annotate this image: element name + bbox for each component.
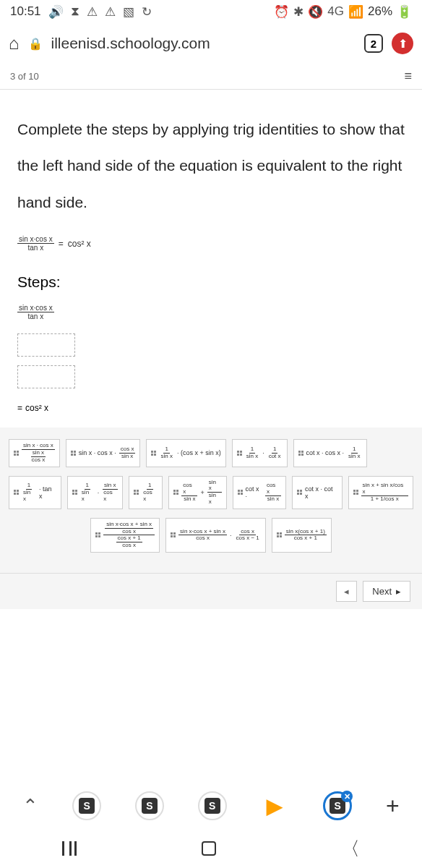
option-tile[interactable]: 1cos x [129, 476, 163, 509]
option-tile[interactable]: cot x · cos xsin x [233, 476, 287, 509]
drag-handle-icon [72, 490, 77, 495]
drag-handle-icon [297, 490, 302, 495]
tab-item[interactable]: S [72, 791, 101, 820]
battery-percent: 26% [368, 4, 392, 19]
tab-item-active[interactable]: S ✕ [323, 791, 352, 820]
question-prompt: Complete the steps by applying trig iden… [17, 111, 405, 221]
recent-apps-button[interactable] [62, 841, 77, 856]
caret-left-icon: ◂ [344, 586, 349, 597]
schoology-icon: S [204, 798, 220, 814]
option-tile[interactable]: sin x·cos x + sin xcos x · cos xcos x − … [165, 518, 266, 553]
drag-handle-icon [151, 451, 156, 456]
battery-icon: 🔋 [397, 4, 412, 20]
status-time: 10:51 [10, 4, 41, 19]
drag-handle-icon [353, 490, 358, 495]
given-equation: sin x·cos x tan x = cos² x [17, 235, 405, 252]
next-button[interactable]: Next ▸ [363, 581, 410, 602]
question-list-icon[interactable]: ≡ [404, 69, 412, 84]
home-button[interactable] [202, 841, 216, 856]
progress-text: 3 of 10 [10, 71, 39, 82]
drag-handle-icon [14, 490, 19, 495]
drop-target-2[interactable] [17, 365, 75, 388]
option-tile[interactable]: sin x + sin x/cos x1 + 1/cos x [348, 476, 413, 509]
close-icon[interactable]: ✕ [341, 791, 353, 802]
progress-row: 3 of 10 ≡ [0, 64, 422, 90]
volume-icon: 🔊 [48, 4, 64, 20]
back-button[interactable]: 〈 [341, 836, 360, 861]
schoology-icon: S [142, 798, 158, 814]
browser-bar: ⌂ 🔒 illeenisd.schoology.com 2 ⬆ [0, 23, 422, 64]
option-tile[interactable]: cot x · cot x [292, 476, 342, 509]
tab-item[interactable]: S [198, 791, 227, 820]
option-tile[interactable]: 1sin x · tan x [9, 476, 61, 509]
bluetooth-icon: ✱ [293, 4, 303, 20]
option-tile[interactable]: sin x · cos x sin xcos x [9, 439, 60, 467]
drop-target-1[interactable] [17, 333, 75, 357]
drag-handle-icon [95, 532, 100, 537]
chevron-up-icon[interactable]: ⌃ [22, 795, 38, 817]
download-icon: ⧗ [71, 4, 79, 19]
drag-handle-icon [14, 451, 19, 456]
browser-tab-strip: ⌃ S S S ▶ S ✕ + [0, 783, 422, 829]
drag-handle-icon [173, 490, 178, 495]
home-icon[interactable]: ⌂ [9, 33, 20, 54]
option-tile[interactable]: 1sin x · sin xcos x [67, 476, 123, 509]
content-area: Complete the steps by applying trig iden… [0, 90, 422, 616]
drag-handle-icon [171, 532, 176, 537]
system-nav-bar: 〈 [0, 829, 422, 868]
option-tile[interactable]: cot x · cos x · 1sin x [293, 439, 367, 467]
drag-handle-icon [237, 451, 242, 456]
drag-handle-icon [71, 451, 76, 456]
option-tile[interactable]: sin x · cos x · cos xsin x [66, 439, 141, 467]
upload-button[interactable]: ⬆ [392, 33, 413, 54]
option-tile[interactable]: sin x(cos x + 1)cos x + 1 [272, 518, 332, 553]
signal-icon: 📶 [348, 4, 363, 20]
schoology-icon: S [79, 798, 95, 814]
new-tab-button[interactable]: + [386, 793, 400, 820]
network-icon: 4G [327, 4, 344, 19]
caret-right-icon: ▸ [396, 586, 401, 597]
url-text[interactable]: illeenisd.schoology.com [51, 35, 356, 52]
image-icon: ▧ [123, 4, 134, 20]
question-nav: ◂ Next ▸ [0, 573, 422, 609]
drag-handle-icon [277, 532, 282, 537]
mute-icon: 🔇 [308, 4, 323, 20]
step-start: sin x·cos x tan x [17, 304, 405, 320]
steps-label: Steps: [17, 273, 405, 291]
lock-icon: 🔒 [28, 37, 43, 51]
warning-icon-2: ⚠ [105, 4, 116, 20]
tab-item-media[interactable]: ▶ [260, 791, 289, 820]
step-end: = cos² x [17, 403, 405, 413]
warning-icon: ⚠ [87, 4, 98, 20]
prev-button[interactable]: ◂ [336, 581, 357, 602]
status-bar: 10:51 🔊 ⧗ ⚠ ⚠ ▧ ↻ ⏰ ✱ 🔇 4G 📶 26% 🔋 [0, 0, 422, 23]
option-tile[interactable]: cos xsin x + sin xsin x [168, 476, 226, 509]
options-area: sin x · cos x sin xcos x sin x · cos x ·… [0, 427, 422, 573]
drag-handle-icon [238, 490, 243, 495]
option-tile[interactable]: sin x·cos x + sin xcos x cos x + 1cos x [90, 518, 160, 553]
alarm-icon: ⏰ [274, 4, 289, 20]
tab-item[interactable]: S [135, 791, 164, 820]
option-tile[interactable]: 1sin x · 1cot x [232, 439, 288, 467]
drag-handle-icon [134, 490, 139, 495]
tab-count-button[interactable]: 2 [364, 34, 383, 53]
sync-icon: ↻ [142, 4, 152, 20]
option-tile[interactable]: 1sin x · (cos x + sin x) [146, 439, 225, 467]
drag-handle-icon [298, 451, 303, 456]
upload-arrow-icon: ⬆ [398, 37, 408, 51]
